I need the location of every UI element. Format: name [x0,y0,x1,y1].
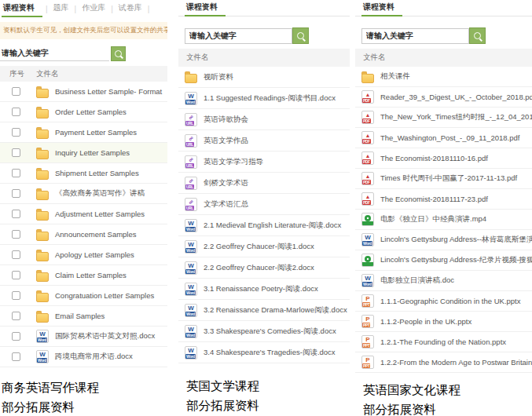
tab-试卷库[interactable]: 试卷库 [116,0,145,16]
tab-课程资料[interactable]: 课程资料 [185,0,226,16]
tab-题库[interactable]: 题库 [51,0,72,16]
file-name[interactable]: 1.2.1-The Founding of the Nation.pptx [380,338,506,346]
file-name[interactable]: 3.2 Renaissance Drama-Marlowe阅读.docx [204,305,347,316]
file-row[interactable]: The_Washington_Post_-_09_11_2018.pdf [355,128,532,148]
file-name[interactable]: 1.1.1-Geographic Condition in the UK.ppt… [380,297,521,305]
file-row[interactable]: The_New_York_Times纽约时报_-_12_04_2019.pdf [355,108,532,128]
file-name[interactable]: Announcement Samples [55,230,137,239]
tab-课程资料[interactable]: 课程资料 [2,0,42,17]
file-name[interactable]: 2.2 Geoffrey Chaucer-阅读1.docx [204,242,314,252]
file-name[interactable]: 1.1.2-People in the UK.pptx [380,317,471,326]
file-name[interactable]: 《高效商务英语写作》讲稿 [55,188,145,199]
file-name[interactable]: The_Washington_Post_-_09_11_2018.pdf [380,133,519,142]
file-name[interactable]: Times 时代周刊-中国赢了-2017-11-13.pdf [380,173,517,184]
tab-作业库[interactable]: 作业库 [79,0,108,16]
file-row[interactable]: 电影独立日演讲稿.doc [355,271,532,291]
row-checkbox[interactable] [12,291,20,300]
file-name[interactable]: Email Samples [55,312,105,320]
file-name[interactable]: 文学术语汇总 [204,199,248,210]
file-name[interactable]: Apology Letter Samples [55,250,134,259]
file-row[interactable]: Email Samples [0,306,167,327]
file-name[interactable]: 1.1 Suggested Readings-阅读书目.docx [204,93,336,104]
file-name[interactable]: Lincoln's Gettysburg Address-纪录片视频-搜狐视频.… [380,255,532,265]
file-name[interactable]: Order Letter Samples [55,108,127,116]
file-row[interactable]: 1.1.1-Geographic Condition in the UK.ppt… [355,291,532,312]
file-row[interactable]: Inquiry Letter Samples [0,143,167,163]
file-row[interactable]: 英语文学学习指导 [178,151,350,173]
file-name[interactable]: Congratuation Letter Samples [55,291,154,300]
file-name[interactable]: 2.2 Geoffrey Chaucer-阅读2.docx [204,263,314,273]
file-row[interactable]: Payment Letter Samples [0,122,167,143]
file-row[interactable]: 视听资料 [178,67,350,88]
file-row[interactable]: 《高效商务英语写作》讲稿 [0,184,167,204]
file-name[interactable]: 英语诗歌协会 [204,115,248,125]
file-name[interactable]: 国际贸易术语中英文对照.docx [55,331,155,341]
file-row[interactable]: 2.1 Medieval English Literature-阅读.docx [178,215,350,236]
file-name[interactable]: Payment Letter Samples [55,128,137,137]
row-checkbox[interactable] [12,250,20,259]
file-row[interactable]: 1.1 Suggested Readings-阅读书目.docx [178,88,350,109]
row-checkbox[interactable] [12,189,20,198]
file-row[interactable]: 1.1.2-People in the UK.pptx [355,312,532,332]
file-name[interactable]: 电影《独立日》中经典演讲.mp4 [380,214,486,224]
row-checkbox[interactable] [12,87,20,96]
search-input[interactable] [185,28,292,44]
file-name[interactable]: 英语文学学习指导 [204,157,263,167]
file-name[interactable]: 跨境电商常用术语.docx [55,352,133,362]
row-checkbox[interactable] [12,312,20,320]
file-row[interactable]: Adjustment Letter Samples [0,204,167,224]
row-checkbox[interactable] [12,352,20,361]
file-row[interactable]: Reader_39_s_Digest_UK_-_October_2018.pdf [355,87,532,108]
file-row[interactable]: Shipment Letter Samples [0,163,167,184]
file-row[interactable]: Times 时代周刊-中国赢了-2017-11-13.pdf [355,169,532,189]
file-name[interactable]: 英语文学作品 [204,136,248,146]
row-checkbox[interactable] [12,332,20,341]
file-row[interactable]: Order Letter Samples [0,102,167,122]
row-checkbox[interactable] [12,108,20,116]
file-name[interactable]: 剑桥文学术语 [204,178,248,188]
search-button[interactable] [111,46,126,61]
file-row[interactable]: 跨境电商常用术语.docx [0,347,167,367]
file-row[interactable]: Business Letter Sample- Format [0,82,167,102]
file-row[interactable]: 国际贸易术语中英文对照.docx [0,327,167,347]
file-row[interactable]: 3.3 Shakespeare's Comedies-阅读.docx [178,321,350,342]
file-name[interactable]: Inquiry Letter Samples [55,148,130,157]
file-name[interactable]: 2.1 Medieval English Literature-阅读.docx [204,221,341,231]
file-row[interactable]: 剑桥文学术语 [178,173,350,194]
row-checkbox[interactable] [12,148,20,157]
file-row[interactable]: 相关课件 [355,67,532,87]
row-checkbox[interactable] [12,128,20,137]
file-name[interactable]: Reader_39_s_Digest_UK_-_October_2018.pdf [380,93,532,101]
file-row[interactable]: 3.2 Renaissance Drama-Marlowe阅读.docx [178,300,350,321]
file-row[interactable]: 3.1 Renaissance Poetry-阅读.docx [178,279,350,300]
tab-课程资料[interactable]: 课程资料 [361,0,402,16]
file-row[interactable]: Congratuation Letter Samples [0,286,167,306]
file-row[interactable]: 文学术语汇总 [178,194,350,215]
file-name[interactable]: 视听资料 [204,72,233,82]
file-name[interactable]: 3.4 Shakespeare's Tragedies-阅读.docx [204,348,336,358]
file-row[interactable]: 英语诗歌协会 [178,109,350,130]
file-name[interactable]: Business Letter Sample- Format [55,87,162,96]
file-row[interactable]: Claim Letter Samples [0,265,167,286]
file-name[interactable]: 相关课件 [380,71,410,82]
file-row[interactable]: Apology Letter Samples [0,245,167,265]
row-checkbox[interactable] [12,169,20,177]
file-row[interactable]: The Economist-20181117-23.pdf [355,189,532,210]
row-checkbox[interactable] [12,210,20,218]
row-checkbox[interactable] [12,230,20,239]
file-row[interactable]: 2.2 Geoffrey Chaucer-阅读1.docx [178,236,350,257]
file-name[interactable]: 1.2.2-From the Modern Age to Postwar Bri… [380,358,532,367]
file-row[interactable]: 1.2.1-The Founding of the Nation.pptx [355,332,532,352]
file-name[interactable]: 电影独立日演讲稿.doc [380,276,454,286]
file-name[interactable]: Adjustment Letter Samples [55,210,145,218]
file-name[interactable]: 3.1 Renaissance Poetry-阅读.docx [204,284,318,294]
search-input[interactable] [0,46,109,61]
search-button[interactable] [469,27,486,44]
file-row[interactable]: 电影《独立日》中经典演讲.mp4 [355,210,532,230]
file-name[interactable]: The_New_York_Times纽约时报_-_12_04_2019.pdf [380,112,532,122]
file-row[interactable]: 3.4 Shakespeare's Tragedies-阅读.docx [178,342,350,363]
file-row[interactable]: 英语文学作品 [178,130,350,151]
search-input[interactable] [361,28,469,44]
file-row[interactable]: Lincoln's Gettysburg Address--林肯葛底斯堡演说.d… [355,230,532,250]
file-name[interactable]: The Economist-20181110-16.pdf [380,154,488,162]
